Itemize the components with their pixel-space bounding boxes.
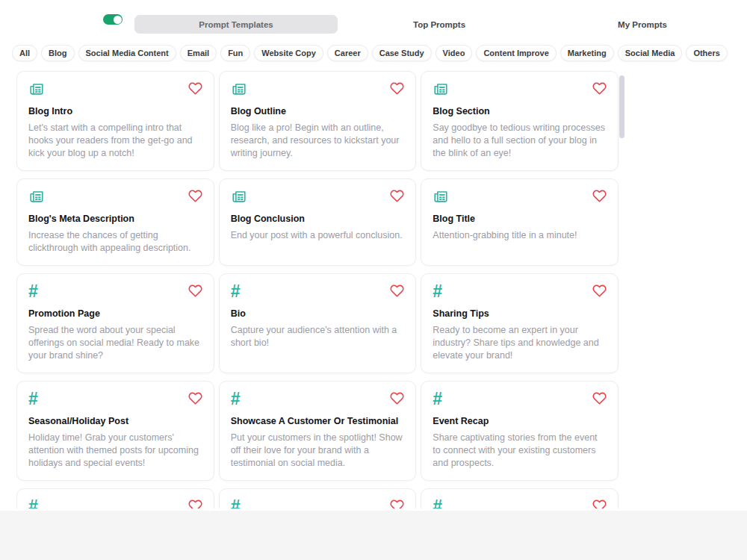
card-description: Let's start with a compelling intro that… (28, 122, 202, 160)
card-title: Promotion Page (28, 308, 202, 319)
tab-bar: Prompt TemplatesTop PromptsMy Prompts (134, 15, 744, 34)
prompt-card-blog-intro[interactable]: Blog Intro Let's start with a compelling… (16, 71, 214, 171)
card-title: Seasonal/Holiday Post (28, 416, 202, 426)
filter-chip-blog[interactable]: Blog (41, 45, 74, 61)
favorite-heart-icon[interactable] (188, 499, 202, 508)
prompt-card-showcase-a-customer-or-testimonial[interactable]: # Showcase A Customer Or Testimonial Put… (219, 381, 417, 481)
prompt-card-build-anticipation-launch-new-product[interactable]: # Build Anticipation / Launch New Produc… (219, 488, 417, 508)
prompt-card-event-recap[interactable]: # Event Recap Share captivating stories … (421, 381, 619, 481)
prompt-card-blog-conclusion[interactable]: Blog Conclusion End your post with a pow… (219, 178, 417, 266)
prompt-card-blog-outline[interactable]: Blog Outline Blog like a pro! Begin with… (219, 71, 417, 171)
filter-chip-others[interactable]: Others (686, 45, 727, 61)
filter-chip-email[interactable]: Email (180, 45, 217, 61)
favorite-heart-icon[interactable] (188, 189, 202, 203)
favorite-heart-icon[interactable] (390, 189, 404, 203)
filter-chip-marketing[interactable]: Marketing (560, 45, 614, 61)
card-header: # (231, 391, 405, 409)
prompt-card-highlight-product-or-service-benefit[interactable]: # Highlight Product Or Service Benefit (16, 488, 214, 508)
topbar: Prompt TemplatesTop PromptsMy Prompts (0, 0, 747, 39)
card-title: Showcase A Customer Or Testimonial (231, 416, 405, 426)
card-description: Put your customers in the spotlight! Sho… (231, 432, 405, 470)
favorite-heart-icon[interactable] (390, 81, 404, 96)
filter-chip-social-media-content[interactable]: Social Media Content (78, 45, 176, 61)
tab-prompt-templates[interactable]: Prompt Templates (134, 15, 338, 34)
favorite-heart-icon[interactable] (592, 391, 607, 405)
favorite-heart-icon[interactable] (188, 81, 202, 96)
newspaper-icon (28, 188, 45, 205)
card-title: Blog's Meta Description (28, 214, 202, 224)
card-header (231, 188, 405, 207)
card-header: # (28, 498, 202, 508)
filter-chip-content-improve[interactable]: Content Improve (476, 45, 556, 61)
card-title: Blog Intro (28, 106, 202, 116)
newspaper-icon (231, 188, 247, 205)
prompt-card-promotion-page[interactable]: # Promotion Page Spread the word about y… (16, 273, 214, 373)
tab-top-prompts[interactable]: Top Prompts (338, 15, 541, 34)
filter-chip-website-copy[interactable]: Website Copy (254, 45, 323, 61)
hashtag-icon: # (231, 283, 241, 300)
filter-chip-career[interactable]: Career (327, 45, 368, 61)
favorite-heart-icon[interactable] (592, 81, 607, 96)
newspaper-icon (433, 188, 449, 205)
favorite-heart-icon[interactable] (390, 499, 404, 508)
card-title: Blog Conclusion (231, 214, 405, 224)
favorite-heart-icon[interactable] (592, 189, 607, 203)
card-header (28, 81, 202, 99)
prompt-card-share-a-secret[interactable]: # Share A Secret (421, 488, 619, 508)
card-header: # (231, 283, 405, 302)
prompt-card-bio[interactable]: # Bio Capture your audience's attention … (219, 273, 417, 373)
toggle-knob-icon (114, 16, 122, 24)
card-header (28, 188, 202, 207)
card-title: Blog Section (433, 106, 607, 116)
card-description: Say goodbye to tedious writing processes… (433, 122, 607, 160)
card-description: Spread the word about your special offer… (28, 324, 202, 362)
card-header: # (28, 391, 202, 409)
card-header (231, 81, 405, 99)
prompt-card-blog-s-meta-description[interactable]: Blog's Meta Description Increase the cha… (16, 178, 214, 266)
prompt-card-sharing-tips[interactable]: # Sharing Tips Ready to become an expert… (421, 273, 619, 373)
card-title: Blog Title (433, 214, 607, 224)
card-description: Increase the chances of getting clickthr… (28, 229, 202, 255)
hashtag-icon: # (433, 498, 442, 508)
prompt-card-blog-section[interactable]: Blog Section Say goodbye to tedious writ… (421, 71, 619, 171)
card-description: Holiday time! Grab your customers' atten… (28, 432, 202, 470)
favorite-heart-icon[interactable] (390, 391, 404, 405)
favorite-heart-icon[interactable] (390, 284, 404, 298)
card-header: # (28, 283, 202, 302)
filter-chip-social-media[interactable]: Social Media (618, 45, 683, 61)
card-header: # (433, 283, 607, 302)
filter-chip-fun[interactable]: Fun (220, 45, 250, 61)
card-title: Sharing Tips (433, 308, 607, 319)
tab-my-prompts[interactable]: My Prompts (541, 15, 744, 34)
prompt-card-blog-title[interactable]: Blog Title Attention-grabbing title in a… (421, 178, 619, 266)
card-description: Attention-grabbing title in a minute! (433, 229, 607, 242)
favorite-heart-icon[interactable] (592, 499, 607, 508)
card-header: # (433, 498, 607, 508)
card-header: # (433, 391, 607, 409)
card-description: End your post with a powerful conclusion… (231, 229, 405, 242)
scrollbar-thumb[interactable] (619, 75, 624, 138)
prompt-card-seasonal-holiday-post[interactable]: # Seasonal/Holiday Post Holiday time! Gr… (16, 381, 214, 481)
cards-grid: Blog Intro Let's start with a compelling… (16, 71, 619, 508)
hashtag-icon: # (231, 498, 241, 508)
hashtag-icon: # (28, 391, 38, 408)
card-description: Blog like a pro! Begin with an outline, … (231, 122, 405, 160)
prompt-templates-app: Prompt TemplatesTop PromptsMy Prompts Al… (0, 0, 747, 560)
card-header (433, 188, 607, 207)
favorite-heart-icon[interactable] (592, 284, 607, 298)
footer-background (0, 511, 747, 560)
templates-toggle[interactable] (103, 14, 123, 25)
card-description: Ready to become an expert in your indust… (433, 324, 607, 362)
filter-chip-video[interactable]: Video (436, 45, 473, 61)
filter-chip-case-study[interactable]: Case Study (372, 45, 432, 61)
cards-viewport: Blog Intro Let's start with a compelling… (16, 71, 624, 508)
filter-chip-all[interactable]: All (12, 45, 37, 61)
newspaper-icon (28, 81, 45, 97)
card-description: Capture your audience's attention with a… (231, 324, 405, 349)
card-title: Blog Outline (231, 106, 405, 116)
newspaper-icon (231, 81, 247, 97)
card-header: # (231, 498, 405, 508)
favorite-heart-icon[interactable] (188, 284, 202, 298)
hashtag-icon: # (28, 498, 38, 508)
favorite-heart-icon[interactable] (188, 391, 202, 405)
